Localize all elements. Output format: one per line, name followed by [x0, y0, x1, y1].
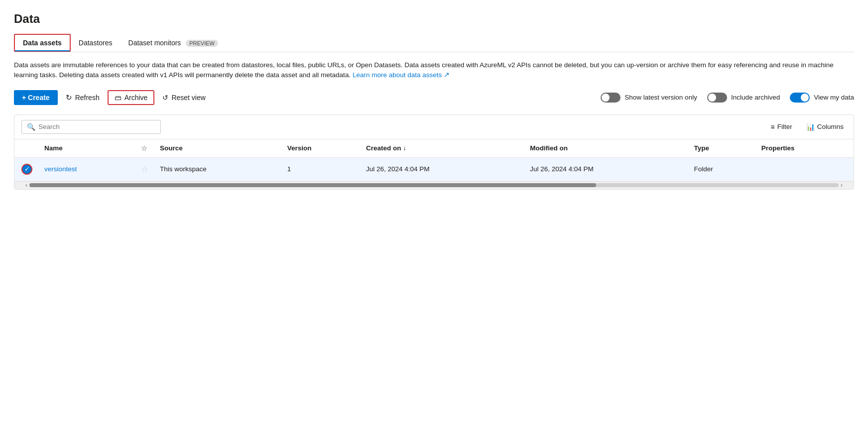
scroll-left-arrow[interactable]: ‹: [23, 182, 29, 189]
tab-dataset-monitors[interactable]: Dataset monitors PREVIEW: [121, 35, 226, 52]
row-source-cell: This workspace: [154, 157, 281, 181]
grid-toolbar: 🔍 ≡ Filter 📊 Columns: [14, 115, 854, 139]
row-name-link[interactable]: versiontest: [44, 165, 77, 173]
view-my-data-label: View my data: [814, 94, 854, 101]
filter-button[interactable]: ≡ Filter: [768, 121, 795, 133]
row-checkbox[interactable]: ✓: [21, 164, 32, 175]
create-button[interactable]: + Create: [14, 90, 58, 105]
table-row[interactable]: ✓ versiontest ☆ This workspace 1 Jul 26,…: [14, 157, 854, 181]
row-favorite-cell[interactable]: ☆: [135, 157, 154, 181]
show-latest-toggle-group: Show latest version only: [601, 93, 697, 103]
include-archived-toggle[interactable]: [707, 93, 727, 103]
table-header-row: Name ☆ Source Version Created on ↓: [14, 139, 854, 158]
data-table: Name ☆ Source Version Created on ↓: [14, 139, 854, 181]
refresh-icon: ↻: [66, 93, 72, 102]
tab-data-assets[interactable]: Data assets: [14, 34, 71, 52]
search-icon: 🔍: [27, 123, 35, 131]
row-modified-on-cell: Jul 26, 2024 4:04 PM: [524, 157, 688, 181]
show-latest-toggle[interactable]: [601, 93, 620, 103]
description-text: Data assets are immutable references to …: [14, 60, 836, 81]
include-archived-label: Include archived: [731, 94, 780, 101]
row-type-cell: Folder: [688, 157, 755, 181]
col-type[interactable]: Type: [688, 139, 755, 158]
grid-toolbar-right: ≡ Filter 📊 Columns: [768, 121, 847, 133]
columns-icon: 📊: [806, 123, 815, 131]
search-input[interactable]: [38, 123, 155, 130]
row-created-on-cell: Jul 26, 2024 4:04 PM: [360, 157, 524, 181]
col-source[interactable]: Source: [154, 139, 281, 158]
show-latest-label: Show latest version only: [624, 94, 697, 101]
tab-datastores[interactable]: Datastores: [71, 35, 121, 52]
checkbox-header: [14, 139, 38, 158]
col-favorite: ☆: [135, 139, 154, 158]
col-modified-on[interactable]: Modified on: [524, 139, 688, 158]
reset-icon: ↺: [162, 94, 168, 102]
learn-more-link[interactable]: Learn more about data assets ↗: [353, 71, 450, 79]
archive-icon: 🗃: [115, 94, 122, 102]
col-version[interactable]: Version: [281, 139, 360, 158]
star-header-icon: ☆: [141, 145, 147, 152]
refresh-button[interactable]: ↻ Refresh: [60, 90, 106, 106]
row-properties-cell: [755, 157, 854, 181]
col-properties[interactable]: Properties: [755, 139, 854, 158]
scroll-right-arrow[interactable]: ›: [839, 182, 845, 189]
search-box[interactable]: 🔍: [21, 120, 161, 134]
data-grid-container: 🔍 ≡ Filter 📊 Columns Name: [14, 114, 854, 190]
view-my-data-toggle[interactable]: [790, 93, 810, 103]
col-created-on[interactable]: Created on ↓: [360, 139, 524, 158]
row-checkbox-cell[interactable]: ✓: [14, 157, 38, 181]
reset-view-button[interactable]: ↺ Reset view: [156, 90, 211, 105]
toolbar: + Create ↻ Refresh 🗃 Archive ↺ Reset vie…: [14, 90, 854, 106]
col-name[interactable]: Name: [38, 139, 135, 158]
view-my-data-toggle-group: View my data: [790, 93, 854, 103]
columns-button[interactable]: 📊 Columns: [803, 121, 847, 133]
preview-badge: PREVIEW: [186, 40, 218, 47]
page-title: Data: [14, 12, 854, 26]
row-name-cell: versiontest: [38, 157, 135, 181]
archive-button[interactable]: 🗃 Archive: [108, 90, 155, 105]
row-star-icon[interactable]: ☆: [141, 165, 148, 173]
scrollbar-thumb[interactable]: [29, 183, 596, 187]
tabs-row: Data assets Datastores Dataset monitors …: [14, 34, 854, 52]
toolbar-right: Show latest version only Include archive…: [601, 93, 854, 103]
filter-icon: ≡: [771, 123, 775, 131]
include-archived-toggle-group: Include archived: [707, 93, 780, 103]
page-container: Data Data assets Datastores Dataset moni…: [0, 0, 868, 448]
row-version-cell: 1: [281, 157, 360, 181]
scrollbar-track[interactable]: [29, 183, 839, 187]
horizontal-scrollbar[interactable]: ‹ ›: [14, 181, 854, 189]
checkmark-icon: ✓: [24, 165, 30, 173]
